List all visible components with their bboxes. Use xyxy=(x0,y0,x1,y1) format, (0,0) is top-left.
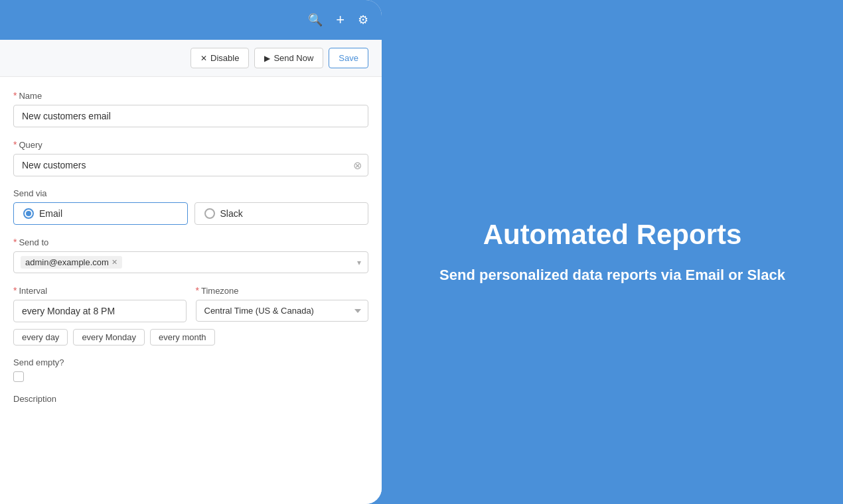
send-to-field-group: * Send to admin@example.com ✕ ▾ xyxy=(13,237,368,273)
description-label: Description xyxy=(13,394,368,404)
interval-timezone-row: * Interval * Timezone Central Time (US &… xyxy=(13,285,368,322)
chip-every-day[interactable]: every day xyxy=(13,329,68,346)
query-required-star: * xyxy=(13,139,17,150)
interval-required-star: * xyxy=(13,285,17,296)
chip-every-month[interactable]: every month xyxy=(150,329,215,346)
send-to-label: * Send to xyxy=(13,237,368,247)
send-now-label: Send Now xyxy=(273,53,313,63)
name-required-star: * xyxy=(13,90,17,101)
name-input[interactable] xyxy=(13,105,368,127)
query-field-group: * Query ⊗ xyxy=(13,139,368,176)
send-to-dropdown[interactable]: admin@example.com ✕ ▾ xyxy=(13,251,368,273)
name-label: * Name xyxy=(13,90,368,101)
send-empty-label: Send empty? xyxy=(13,357,368,367)
query-input[interactable] xyxy=(13,154,368,176)
settings-icon[interactable]: ⚙ xyxy=(358,13,368,27)
disable-label: Disable xyxy=(210,53,239,63)
hero-subtitle: Send personalized data reports via Email… xyxy=(439,265,785,286)
timezone-label: * Timezone xyxy=(196,285,369,296)
interval-input[interactable] xyxy=(13,300,187,322)
send-via-label: Send via xyxy=(13,188,368,198)
save-button[interactable]: Save xyxy=(329,48,368,68)
send-empty-checkbox-row xyxy=(13,371,368,382)
timezone-required-star: * xyxy=(196,285,199,296)
send-now-button[interactable]: ▶ Send Now xyxy=(254,48,323,68)
send-now-arrow-icon: ▶ xyxy=(264,54,270,63)
email-tag: admin@example.com ✕ xyxy=(21,256,122,269)
send-via-field-group: Send via Email Slack xyxy=(13,188,368,225)
send-to-chevron-icon: ▾ xyxy=(357,258,361,267)
timezone-col: * Timezone Central Time (US & Canada) xyxy=(196,285,369,322)
interval-col: * Interval xyxy=(13,285,187,322)
right-panel: Automated Reports Send personalized data… xyxy=(382,0,843,504)
nav-bar: 🔍 + ⚙ xyxy=(0,0,382,40)
slack-radio-circle xyxy=(204,208,215,219)
send-via-group: Email Slack xyxy=(13,202,368,225)
query-clear-icon[interactable]: ⊗ xyxy=(353,159,362,172)
send-empty-group: Send empty? xyxy=(13,357,368,382)
save-label: Save xyxy=(339,53,358,63)
timezone-select[interactable]: Central Time (US & Canada) xyxy=(196,300,369,322)
search-icon[interactable]: 🔍 xyxy=(308,13,323,27)
slack-option-label: Slack xyxy=(220,208,243,219)
interval-chip-row: every day every Monday every month xyxy=(13,329,368,346)
chip-every-monday[interactable]: every Monday xyxy=(73,329,145,346)
email-radio-circle xyxy=(23,208,34,219)
email-tag-value: admin@example.com xyxy=(25,257,109,267)
send-empty-checkbox[interactable] xyxy=(13,371,24,382)
description-field-group: Description xyxy=(13,394,368,404)
email-radio-option[interactable]: Email xyxy=(13,202,188,225)
query-label: * Query xyxy=(13,139,368,150)
send-to-required-star: * xyxy=(13,237,17,247)
add-icon[interactable]: + xyxy=(336,11,345,29)
toolbar: ✕ Disable ▶ Send Now Save xyxy=(0,40,382,77)
slack-radio-option[interactable]: Slack xyxy=(194,202,369,225)
email-tag-remove-icon[interactable]: ✕ xyxy=(112,258,117,267)
name-field-group: * Name xyxy=(13,90,368,127)
disable-button[interactable]: ✕ Disable xyxy=(191,48,249,68)
email-option-label: Email xyxy=(39,208,62,219)
form-area: * Name * Query ⊗ Send via xyxy=(0,77,382,504)
left-panel: 🔍 + ⚙ ✕ Disable ▶ Send Now Save * Name xyxy=(0,0,382,504)
interval-label: * Interval xyxy=(13,285,187,296)
hero-title: Automated Reports xyxy=(483,218,742,251)
disable-x-icon: ✕ xyxy=(200,54,207,63)
query-wrapper: ⊗ xyxy=(13,154,368,176)
